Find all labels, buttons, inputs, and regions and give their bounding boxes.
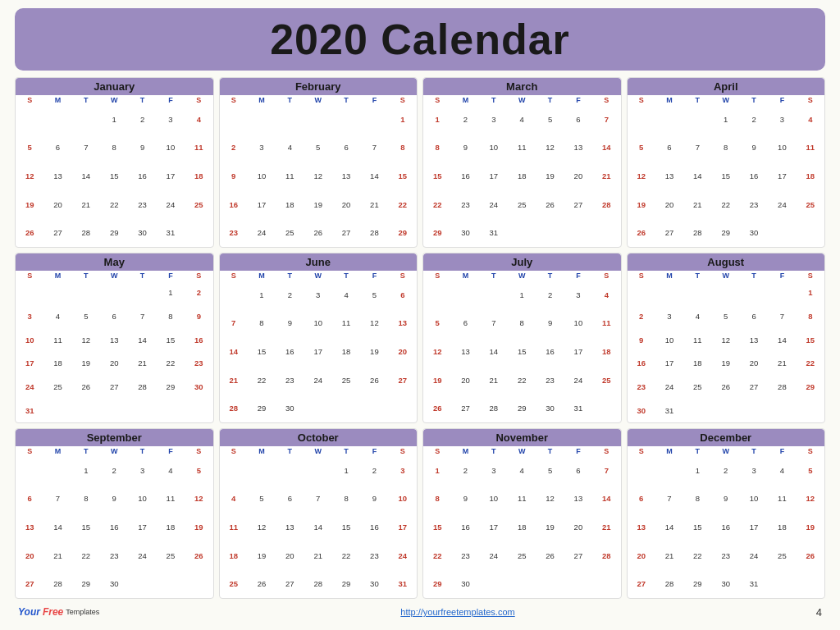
day-cell: 17: [128, 513, 156, 541]
day-cell: 25: [508, 541, 536, 570]
day-cell: 20: [332, 190, 360, 219]
day-cell: 23: [712, 541, 740, 570]
day-cell: 20: [564, 162, 592, 190]
day-cell: 5: [304, 134, 332, 162]
day-cell: [683, 399, 711, 422]
day-cell: 14: [655, 513, 683, 541]
day-cell: 25: [43, 375, 71, 399]
day-header: T: [332, 271, 360, 281]
day-cell: 19: [72, 351, 100, 375]
day-header: W: [508, 95, 536, 105]
week-row: 19202122232425: [423, 366, 621, 395]
day-cell: 11: [43, 328, 71, 352]
day-header: W: [508, 271, 536, 281]
day-cell: 27: [332, 218, 360, 247]
day-header: F: [564, 271, 592, 281]
day-cell: [304, 456, 332, 485]
day-header: T: [276, 95, 304, 105]
logo: Your Free Templates: [18, 606, 99, 618]
day-cell: 20: [276, 541, 304, 570]
day-cell: 13: [655, 162, 683, 190]
day-cell: 29: [100, 218, 128, 247]
day-cell: 7: [43, 485, 71, 514]
day-cell: 23: [128, 190, 156, 219]
day-cell: 9: [276, 309, 304, 338]
day-cell: [360, 105, 388, 134]
day-cell: 26: [16, 218, 43, 247]
day-header: F: [360, 271, 388, 281]
day-cell: [43, 281, 71, 304]
day-header: S: [423, 95, 451, 105]
day-cell: 5: [72, 304, 100, 328]
day-header: T: [128, 95, 156, 105]
month-table-may: SMTWTFS123456789101112131415161718192021…: [16, 271, 213, 422]
day-cell: 3: [768, 105, 796, 134]
day-cell: [712, 399, 740, 422]
day-cell: 1: [389, 105, 417, 134]
footer-url[interactable]: http://yourfreetemplates.com: [400, 607, 514, 617]
day-cell: [128, 569, 156, 598]
day-cell: 26: [423, 394, 451, 422]
day-cell: 2: [740, 105, 768, 134]
day-cell: 18: [592, 337, 620, 366]
day-header: M: [248, 95, 276, 105]
day-cell: 3: [564, 281, 592, 309]
month-header-july: July: [423, 253, 621, 271]
day-cell: 3: [16, 304, 43, 328]
day-cell: 1: [100, 105, 128, 134]
day-header: M: [248, 271, 276, 281]
day-cell: [768, 281, 796, 304]
day-cell: 3: [304, 281, 332, 309]
week-row: 1234567: [423, 105, 621, 134]
week-row: 2345678: [220, 134, 418, 162]
day-header: W: [304, 446, 332, 456]
day-cell: [508, 569, 536, 598]
day-cell: 24: [480, 541, 508, 570]
day-cell: [451, 281, 479, 309]
month-block-december: DecemberSMTWTFS1234567891011121314151617…: [627, 428, 826, 599]
day-cell: 26: [536, 541, 564, 570]
day-cell: [185, 218, 212, 247]
day-cell: 27: [43, 218, 71, 247]
week-row: 2930: [423, 569, 621, 598]
day-cell: 18: [332, 337, 360, 366]
day-cell: 6: [16, 485, 43, 514]
day-cell: 25: [220, 569, 248, 598]
day-cell: 13: [43, 162, 71, 190]
day-cell: [157, 569, 185, 598]
day-cell: 2: [276, 281, 304, 309]
day-cell: 27: [655, 218, 683, 247]
week-row: 23242526272829: [220, 218, 418, 247]
day-cell: [248, 456, 276, 485]
day-cell: 2: [185, 281, 212, 304]
day-header: S: [16, 271, 43, 281]
day-cell: 15: [72, 513, 100, 541]
day-cell: 22: [100, 190, 128, 219]
day-header: T: [536, 95, 564, 105]
day-cell: 23: [740, 190, 768, 219]
day-cell: 22: [332, 541, 360, 570]
week-row: 12345: [16, 456, 213, 485]
day-cell: 28: [683, 218, 711, 247]
week-row: 16171819202122: [220, 190, 418, 219]
day-header: S: [389, 271, 417, 281]
day-cell: 1: [683, 456, 711, 485]
day-cell: [128, 399, 156, 422]
day-cell: 14: [72, 162, 100, 190]
week-row: 1234567: [423, 456, 621, 485]
day-cell: 5: [628, 134, 655, 162]
day-cell: 6: [332, 134, 360, 162]
day-header: S: [797, 95, 824, 105]
day-cell: 26: [712, 375, 740, 399]
day-cell: 20: [389, 337, 417, 366]
day-header: W: [100, 95, 128, 105]
day-cell: 17: [304, 337, 332, 366]
day-cell: 28: [480, 394, 508, 422]
day-cell: 22: [683, 541, 711, 570]
week-row: 21222324252627: [220, 366, 418, 395]
day-header: W: [712, 271, 740, 281]
day-cell: 31: [16, 399, 43, 422]
day-cell: 17: [248, 190, 276, 219]
day-cell: 22: [248, 366, 276, 395]
day-cell: 20: [564, 513, 592, 541]
